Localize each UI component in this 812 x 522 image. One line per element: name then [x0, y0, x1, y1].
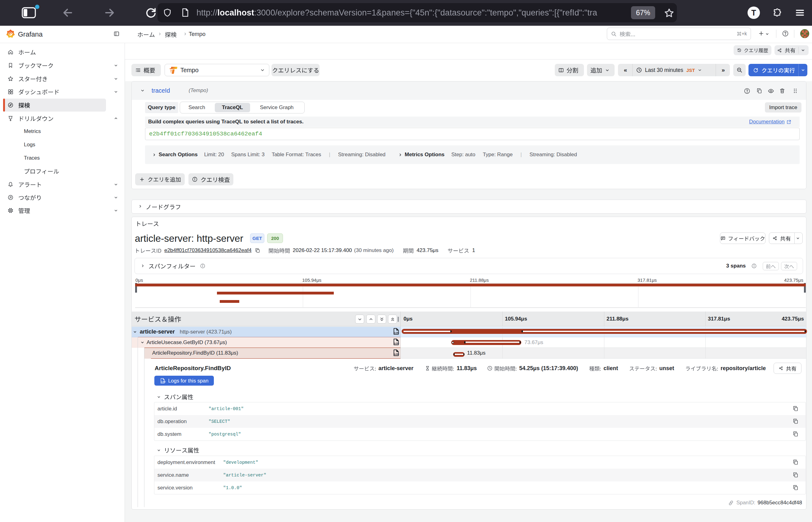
- svg-text:LOG: LOG: [394, 353, 399, 356]
- svg-text:LOG: LOG: [394, 342, 399, 345]
- svg-text:LOG: LOG: [394, 332, 399, 334]
- svg-text:LOG: LOG: [161, 380, 166, 382]
